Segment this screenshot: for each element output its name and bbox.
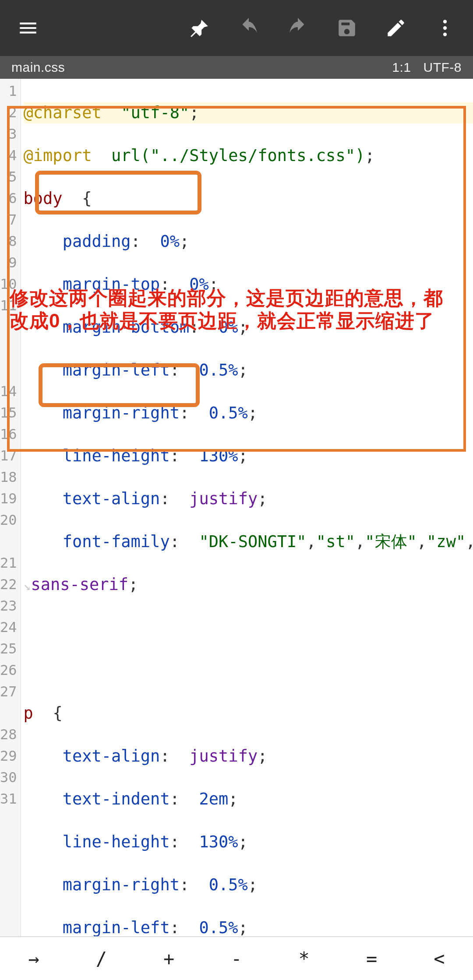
sym-slash[interactable]: / bbox=[67, 937, 135, 980]
status-bar: main.css 1:1 UTF-8 bbox=[0, 56, 473, 79]
svg-point-2 bbox=[443, 32, 447, 36]
sym-star[interactable]: * bbox=[270, 937, 338, 980]
code-content[interactable]: @charset "utf-8"; @import url("../Styles… bbox=[21, 79, 473, 936]
sym-lt[interactable]: < bbox=[406, 937, 473, 980]
cursor-position: 1:1 bbox=[392, 60, 411, 75]
pin-icon[interactable] bbox=[184, 12, 215, 44]
menu-icon[interactable] bbox=[12, 12, 44, 44]
svg-point-1 bbox=[443, 26, 447, 30]
line-number-gutter: 1234567891011 14151617181920 21222324252… bbox=[0, 79, 21, 936]
code-editor[interactable]: 1234567891011 14151617181920 21222324252… bbox=[0, 79, 473, 936]
redo-icon[interactable] bbox=[282, 12, 314, 44]
pencil-icon[interactable] bbox=[380, 12, 412, 44]
sym-plus[interactable]: + bbox=[135, 937, 203, 980]
symbol-keyboard-row: → / + - * = < bbox=[0, 936, 473, 980]
more-vert-icon[interactable] bbox=[429, 12, 461, 44]
save-icon[interactable] bbox=[331, 12, 363, 44]
sym-eq[interactable]: = bbox=[338, 937, 405, 980]
top-toolbar bbox=[0, 0, 473, 56]
sym-minus[interactable]: - bbox=[203, 937, 270, 980]
filename-label: main.css bbox=[11, 60, 65, 75]
encoding-label: UTF-8 bbox=[424, 60, 462, 75]
sym-tab[interactable]: → bbox=[0, 937, 67, 980]
svg-point-0 bbox=[443, 20, 447, 23]
undo-icon[interactable] bbox=[233, 12, 265, 44]
